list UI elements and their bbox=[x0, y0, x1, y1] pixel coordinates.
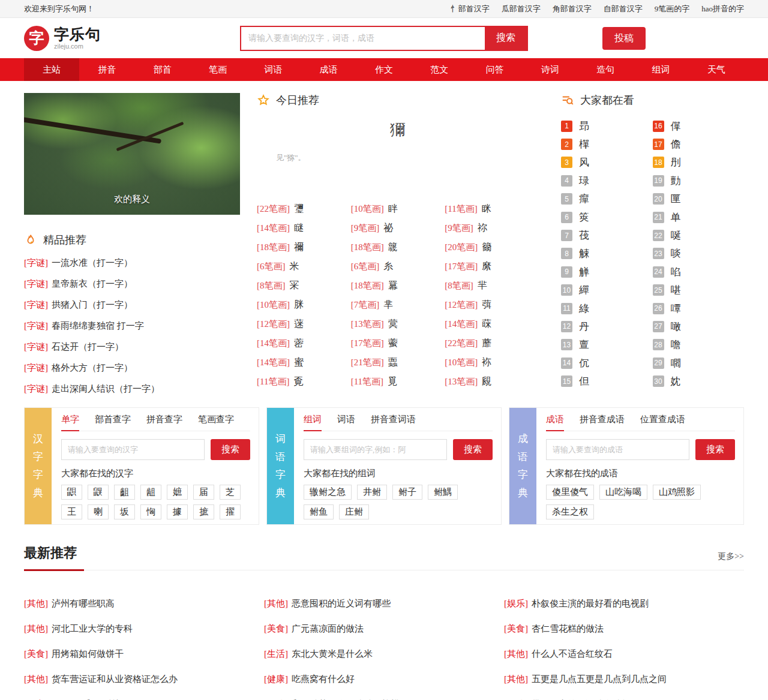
trending-item[interactable]: 10繟 bbox=[561, 281, 653, 299]
latest-item[interactable]: [美食]用烤箱如何做饼干 bbox=[24, 648, 264, 659]
stroke-char-link[interactable]: [13笔画]覛 bbox=[445, 372, 539, 391]
trending-item[interactable]: 4琭 bbox=[561, 172, 653, 190]
chip-link[interactable]: 届 bbox=[193, 485, 214, 500]
tab-词语[interactable]: 词语 bbox=[337, 414, 355, 431]
trending-item[interactable]: 28噡 bbox=[653, 336, 745, 354]
chip-link[interactable]: 山吃海喝 bbox=[599, 485, 647, 500]
nav-item-组词[interactable]: 组词 bbox=[633, 58, 688, 81]
trending-item[interactable]: 9觯 bbox=[561, 263, 653, 281]
stroke-char-link[interactable]: [6笔画]糸 bbox=[351, 257, 445, 276]
tab-位置查成语[interactable]: 位置查成语 bbox=[640, 414, 685, 431]
trending-item[interactable]: 26嘾 bbox=[653, 299, 745, 317]
chip-link[interactable]: 擢 bbox=[220, 504, 241, 519]
stroke-char-link[interactable]: [11笔画]覓 bbox=[351, 372, 445, 391]
stroke-char-link[interactable]: [10笔画]眫 bbox=[351, 199, 445, 218]
dict-search-button[interactable]: 搜索 bbox=[453, 439, 493, 460]
dict-search-input[interactable] bbox=[304, 439, 447, 460]
topbar-link[interactable]: hao拼音的字 bbox=[701, 4, 744, 14]
nav-item-拼音[interactable]: 拼音 bbox=[79, 58, 134, 81]
stroke-char-link[interactable]: [9笔画]祢 bbox=[445, 218, 539, 238]
stroke-char-link[interactable]: [11笔画]眯 bbox=[445, 199, 539, 218]
riddle-item[interactable]: [字谜]一流水准（打一字） bbox=[24, 257, 240, 268]
today-character[interactable]: 獮 bbox=[257, 119, 539, 140]
dict-search-input[interactable] bbox=[61, 439, 205, 460]
chip-link[interactable]: 山鸡照影 bbox=[653, 485, 701, 500]
stroke-char-link[interactable]: [13笔画]蓂 bbox=[351, 314, 445, 334]
trending-item[interactable]: 23啖 bbox=[653, 245, 745, 263]
stroke-char-link[interactable]: [10笔画]脒 bbox=[257, 295, 351, 314]
stroke-char-link[interactable]: [18笔画]簚 bbox=[351, 238, 445, 257]
riddle-item[interactable]: [字谜]春雨绵绵妻独宿 打一字 bbox=[24, 320, 240, 331]
stroke-char-link[interactable]: [14笔画]蔝 bbox=[445, 314, 539, 334]
stroke-char-link[interactable]: [22笔画]蘼 bbox=[445, 334, 539, 353]
tab-组词[interactable]: 组词 bbox=[304, 414, 322, 431]
latest-item[interactable]: [其他]恶意囤积的近义词有哪些 bbox=[264, 598, 504, 609]
tab-部首查字[interactable]: 部首查字 bbox=[95, 414, 131, 431]
chip-link[interactable]: 庄鲋 bbox=[339, 504, 369, 519]
latest-item[interactable]: [其他]五更是几点五更是几点到几点之间 bbox=[504, 674, 744, 684]
nav-item-笔画[interactable]: 笔画 bbox=[190, 58, 245, 81]
nav-item-天气[interactable]: 天气 bbox=[689, 58, 744, 81]
chip-link[interactable]: 鼰 bbox=[61, 485, 82, 500]
riddle-item[interactable]: [字谜]皇帝新衣（打一字） bbox=[24, 278, 240, 289]
trending-item[interactable]: 19勯 bbox=[653, 172, 745, 190]
chip-link[interactable]: 鲋子 bbox=[392, 485, 422, 500]
trending-item[interactable]: 27噉 bbox=[653, 317, 745, 335]
latest-item[interactable]: [其他]河北工业大学的专科 bbox=[24, 623, 264, 634]
chip-link[interactable]: 傻里傻气 bbox=[546, 485, 594, 500]
latest-item[interactable]: [娱乐]朴叙俊主演的最好看的电视剧 bbox=[504, 598, 744, 609]
latest-item[interactable]: [美食]杏仁雪花糕的做法 bbox=[504, 623, 744, 634]
latest-item[interactable]: [美食]广元蒸凉面的做法 bbox=[264, 623, 504, 634]
stroke-char-link[interactable]: [20笔画]籋 bbox=[445, 238, 539, 257]
nav-item-成语[interactable]: 成语 bbox=[301, 58, 356, 81]
dict-search-input[interactable] bbox=[546, 439, 689, 460]
search-input[interactable] bbox=[241, 27, 485, 50]
stroke-char-link[interactable]: [10笔画]袮 bbox=[445, 353, 539, 372]
stroke-char-link[interactable]: [17笔画]藌 bbox=[351, 334, 445, 353]
trending-item[interactable]: 17儋 bbox=[653, 135, 745, 153]
tab-单字[interactable]: 单字 bbox=[61, 414, 79, 431]
chip-link[interactable]: 喇 bbox=[88, 504, 109, 519]
trending-item[interactable]: 18刐 bbox=[653, 154, 745, 172]
chip-link[interactable]: 杀生之权 bbox=[546, 504, 594, 519]
stroke-char-link[interactable]: [8笔画]羋 bbox=[445, 276, 539, 295]
tab-拼音查字[interactable]: 拼音查字 bbox=[146, 414, 182, 431]
chip-link[interactable]: 嫬 bbox=[167, 485, 188, 500]
topbar-link[interactable]: 角部首汉字 bbox=[553, 4, 592, 14]
chip-link[interactable]: 坂 bbox=[114, 504, 135, 519]
riddle-item[interactable]: [字谜]拱猪入门（打一字） bbox=[24, 299, 240, 310]
hero-caption[interactable]: 欢的释义 bbox=[24, 194, 240, 205]
nav-item-诗词[interactable]: 诗词 bbox=[523, 58, 578, 81]
chip-link[interactable]: 鲋鱼 bbox=[304, 504, 334, 519]
site-logo[interactable]: 字 字乐句 zileju.com bbox=[24, 26, 240, 51]
trending-item[interactable]: 2樿 bbox=[561, 135, 653, 153]
chip-link[interactable]: 芝 bbox=[220, 485, 241, 500]
trending-item[interactable]: 7茷 bbox=[561, 226, 653, 244]
topbar-link[interactable]: 9笔画的字 bbox=[655, 4, 690, 14]
tab-拼音查成语[interactable]: 拼音查成语 bbox=[580, 414, 625, 431]
chip-link[interactable]: 辙鲋之急 bbox=[304, 485, 352, 500]
stroke-char-link[interactable]: [9笔画]祕 bbox=[351, 218, 445, 238]
chip-link[interactable]: 王 bbox=[61, 504, 82, 519]
tab-笔画查字[interactable]: 笔画查字 bbox=[198, 414, 234, 431]
tab-拼音查词语[interactable]: 拼音查词语 bbox=[371, 414, 416, 431]
chip-link[interactable]: 鼳 bbox=[88, 485, 109, 500]
hero-image[interactable]: 欢的释义 bbox=[24, 93, 240, 215]
stroke-char-link[interactable]: [17笔画]縻 bbox=[445, 257, 539, 276]
trending-item[interactable]: 29嚪 bbox=[653, 354, 745, 372]
topbar-link[interactable]: 瓜部首汉字 bbox=[502, 4, 541, 14]
stroke-char-link[interactable]: [14笔画]瞇 bbox=[257, 218, 351, 238]
latest-item[interactable]: [其他]泸州有哪些职高 bbox=[24, 598, 264, 609]
riddle-item[interactable]: [字谜]石达开（打一字） bbox=[24, 341, 240, 352]
stroke-char-link[interactable]: [6笔画]米 bbox=[257, 257, 351, 276]
trending-item[interactable]: 21单 bbox=[653, 208, 745, 226]
tab-成语[interactable]: 成语 bbox=[546, 414, 564, 431]
latest-item[interactable]: [其他]什么人不适合红纹石 bbox=[504, 648, 744, 659]
riddle-item[interactable]: [字谜]走出深闺人结识（打一字） bbox=[24, 383, 240, 394]
trending-item[interactable]: 30妉 bbox=[653, 372, 745, 390]
latest-item[interactable]: [健康]吃燕窝有什么好 bbox=[264, 674, 504, 684]
topbar-link[interactable]: 忄部首汉字 bbox=[451, 4, 490, 14]
trending-item[interactable]: 11綠 bbox=[561, 299, 653, 317]
search-button[interactable]: 搜索 bbox=[485, 27, 527, 50]
nav-item-词语[interactable]: 词语 bbox=[245, 58, 301, 81]
